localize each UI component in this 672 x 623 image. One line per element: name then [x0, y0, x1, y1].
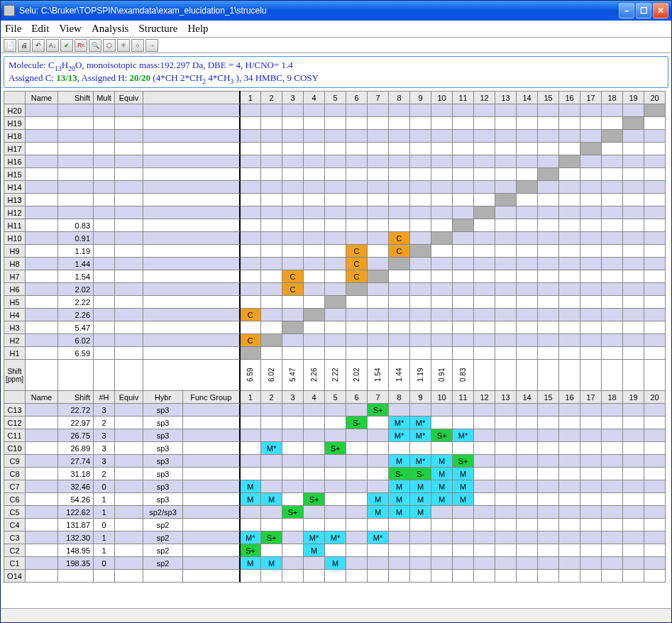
maximize-button[interactable]: ☐	[636, 3, 651, 18]
tb-geom-icon[interactable]: ⬡	[103, 39, 116, 52]
tb-arrow-icon[interactable]: →	[145, 39, 158, 52]
c-row: C5122.621sp2/sp3S+MMM	[4, 506, 666, 519]
h-row: H16	[4, 155, 666, 168]
h-row: H14	[4, 181, 666, 194]
c-row: C1026.893sp3M*S+	[4, 442, 666, 455]
menu-view[interactable]: View	[59, 23, 82, 35]
tb-auto-icon[interactable]: A↓	[46, 39, 59, 52]
c-row: C732.460sp3MMMMM	[4, 480, 666, 493]
h-row: H71.54CC	[4, 270, 666, 283]
menubar: File Edit View Analysis Structure Help	[1, 21, 671, 38]
h-row: H62.02C	[4, 283, 666, 296]
menu-analysis[interactable]: Analysis	[92, 23, 129, 35]
h-row: H15	[4, 168, 666, 181]
c-row: C831.182sp3S-S-MM	[4, 468, 666, 480]
h-row: H91.19CC	[4, 245, 666, 258]
close-button[interactable]: ✕	[653, 3, 668, 18]
h-row: H16.59	[4, 347, 666, 360]
tb-print-icon[interactable]: 🖨	[18, 39, 31, 52]
c-row: C4131.870sp2	[4, 519, 666, 531]
c-row: C1198.350sp2MMM	[4, 557, 666, 570]
menu-edit[interactable]: Edit	[31, 23, 49, 35]
c-row: C1322.723sp3S+	[4, 404, 666, 417]
c-row: C3132.301sp2M*S+M*M*M*	[4, 531, 666, 544]
c-row: C1126.753sp3M*M*S+M*	[4, 429, 666, 442]
h-row: H18	[4, 130, 666, 143]
h-row: H100.91C	[4, 232, 666, 245]
toolbar: 📄 🖨 ↶ A↓ ✔ Rc 🔍 ⬡ ⚛ ○ →	[1, 38, 671, 53]
app-icon	[4, 5, 15, 16]
info-panel: Molecule: C13H20O, monoisotopic mass:192…	[4, 56, 668, 88]
h-row: H17	[4, 143, 666, 155]
correlation-table[interactable]: NameShiftMultEquiv1234567891011121314151…	[4, 91, 668, 608]
tb-check-icon[interactable]: ✔	[60, 39, 73, 52]
h-row: H26.02C	[4, 334, 666, 347]
h-row: H20	[4, 104, 666, 117]
h-row: H13	[4, 194, 666, 206]
c-row: C2148.951sp2S+M	[4, 544, 666, 557]
menu-structure[interactable]: Structure	[138, 23, 177, 35]
tb-ring-icon[interactable]: ○	[131, 39, 144, 52]
c-row: C1222.972sp3S-M*M*	[4, 417, 666, 429]
c-row: C927.743sp3MM*MS+	[4, 455, 666, 468]
c-row: C654.261sp3MMS+MMMMM	[4, 493, 666, 506]
h-row: H81.44C	[4, 258, 666, 270]
tb-rc-icon[interactable]: Rc	[75, 39, 87, 52]
titlebar: Selu: C:\Bruker\TOPSPIN\examdata\exam_el…	[1, 1, 671, 21]
h-row: H110.83	[4, 219, 666, 232]
h-row: H12	[4, 206, 666, 219]
tb-zoom-icon[interactable]: 🔍	[89, 39, 101, 52]
window-title: Selu: C:\Bruker\TOPSPIN\examdata\exam_el…	[19, 6, 619, 16]
tb-undo-icon[interactable]: ↶	[32, 39, 45, 52]
c-row: O14	[4, 570, 666, 583]
statusbar	[1, 608, 671, 622]
tb-mol-icon[interactable]: ⚛	[117, 39, 130, 52]
h-row: H35.47	[4, 321, 666, 334]
h-row: H19	[4, 117, 666, 130]
minimize-button[interactable]: –	[619, 3, 634, 18]
h-row: H42.26C	[4, 309, 666, 321]
tb-open-icon[interactable]: 📄	[4, 39, 16, 52]
menu-help[interactable]: Help	[187, 23, 208, 35]
menu-file[interactable]: File	[5, 23, 21, 35]
h-row: H52.22	[4, 296, 666, 309]
